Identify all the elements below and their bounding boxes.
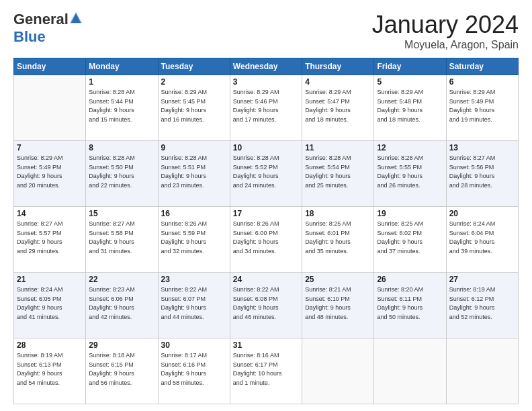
day-number: 8: [89, 143, 154, 152]
day-number: 27: [449, 275, 515, 284]
calendar-cell: 19Sunrise: 8:25 AMSunset: 6:02 PMDayligh…: [374, 207, 446, 273]
day-number: 23: [161, 275, 227, 284]
day-info: Sunrise: 8:21 AMSunset: 6:10 PMDaylight:…: [305, 285, 371, 322]
day-info: Sunrise: 8:28 AMSunset: 5:54 PMDaylight:…: [305, 154, 371, 190]
calendar-cell: 1Sunrise: 8:28 AMSunset: 5:44 PMDaylight…: [86, 75, 158, 141]
calendar-cell: [374, 338, 446, 404]
day-number: 7: [17, 143, 83, 152]
weekday-header-row: SundayMondayTuesdayWednesdayThursdayFrid…: [14, 58, 519, 75]
calendar-cell: 18Sunrise: 8:25 AMSunset: 6:01 PMDayligh…: [302, 207, 374, 273]
day-number: 6: [449, 77, 515, 87]
day-info: Sunrise: 8:28 AMSunset: 5:52 PMDaylight:…: [233, 154, 299, 190]
weekday-header: Friday: [374, 58, 446, 75]
day-info: Sunrise: 8:22 AMSunset: 6:07 PMDaylight:…: [161, 285, 227, 322]
calendar-body: 1Sunrise: 8:28 AMSunset: 5:44 PMDaylight…: [14, 75, 519, 404]
calendar: SundayMondayTuesdayWednesdayThursdayFrid…: [13, 58, 519, 404]
calendar-cell: 29Sunrise: 8:18 AMSunset: 6:15 PMDayligh…: [86, 338, 158, 404]
calendar-cell: 16Sunrise: 8:26 AMSunset: 5:59 PMDayligh…: [158, 207, 230, 273]
calendar-cell: 14Sunrise: 8:27 AMSunset: 5:57 PMDayligh…: [14, 207, 86, 273]
day-number: 9: [161, 143, 227, 152]
calendar-cell: 3Sunrise: 8:29 AMSunset: 5:46 PMDaylight…: [230, 75, 302, 141]
day-number: 13: [449, 143, 515, 152]
day-number: 21: [17, 275, 83, 284]
weekday-header: Thursday: [302, 58, 374, 75]
day-info: Sunrise: 8:29 AMSunset: 5:49 PMDaylight:…: [17, 154, 83, 190]
calendar-cell: 30Sunrise: 8:17 AMSunset: 6:16 PMDayligh…: [158, 338, 230, 404]
day-info: Sunrise: 8:28 AMSunset: 5:44 PMDaylight:…: [89, 88, 154, 124]
location: Moyuela, Aragon, Spain: [372, 39, 519, 51]
calendar-cell: 4Sunrise: 8:29 AMSunset: 5:47 PMDaylight…: [302, 75, 374, 141]
day-info: Sunrise: 8:29 AMSunset: 5:46 PMDaylight:…: [233, 88, 299, 124]
calendar-cell: 17Sunrise: 8:26 AMSunset: 6:00 PMDayligh…: [230, 207, 302, 273]
weekday-header: Sunday: [14, 58, 86, 75]
day-number: 22: [89, 275, 154, 284]
calendar-cell: 7Sunrise: 8:29 AMSunset: 5:49 PMDaylight…: [14, 141, 86, 207]
calendar-cell: 22Sunrise: 8:23 AMSunset: 6:06 PMDayligh…: [86, 273, 158, 338]
day-number: 30: [161, 340, 227, 350]
day-number: 20: [449, 209, 515, 218]
day-info: Sunrise: 8:24 AMSunset: 6:05 PMDaylight:…: [17, 285, 83, 322]
weekday-header: Tuesday: [158, 58, 230, 75]
calendar-cell: 28Sunrise: 8:19 AMSunset: 6:13 PMDayligh…: [14, 338, 86, 404]
title-block: January 2024 Moyuela, Aragon, Spain: [372, 11, 519, 51]
day-info: Sunrise: 8:16 AMSunset: 6:17 PMDaylight:…: [233, 351, 299, 387]
day-number: 11: [305, 143, 371, 152]
day-info: Sunrise: 8:26 AMSunset: 5:59 PMDaylight:…: [161, 220, 227, 256]
day-number: 28: [17, 340, 83, 350]
page: General Blue January 2024 Moyuela, Arago…: [0, 0, 532, 411]
calendar-cell: [446, 338, 518, 404]
calendar-week-row: 28Sunrise: 8:19 AMSunset: 6:13 PMDayligh…: [14, 338, 519, 404]
day-number: 29: [89, 340, 154, 350]
day-number: 26: [377, 275, 443, 284]
day-number: 1: [89, 77, 154, 87]
calendar-cell: 21Sunrise: 8:24 AMSunset: 6:05 PMDayligh…: [14, 273, 86, 338]
calendar-cell: 11Sunrise: 8:28 AMSunset: 5:54 PMDayligh…: [302, 141, 374, 207]
day-info: Sunrise: 8:18 AMSunset: 6:15 PMDaylight:…: [89, 351, 154, 387]
logo-general: General: [13, 11, 69, 28]
day-number: 2: [161, 77, 227, 87]
header: General Blue January 2024 Moyuela, Arago…: [13, 11, 519, 51]
day-info: Sunrise: 8:24 AMSunset: 6:04 PMDaylight:…: [449, 220, 515, 256]
calendar-cell: 6Sunrise: 8:29 AMSunset: 5:49 PMDaylight…: [446, 75, 518, 141]
day-info: Sunrise: 8:28 AMSunset: 5:51 PMDaylight:…: [161, 154, 227, 190]
day-info: Sunrise: 8:26 AMSunset: 6:00 PMDaylight:…: [233, 220, 299, 256]
day-info: Sunrise: 8:25 AMSunset: 6:01 PMDaylight:…: [305, 220, 371, 256]
day-info: Sunrise: 8:17 AMSunset: 6:16 PMDaylight:…: [161, 351, 227, 387]
day-number: 17: [233, 209, 299, 218]
calendar-week-row: 14Sunrise: 8:27 AMSunset: 5:57 PMDayligh…: [14, 207, 519, 273]
day-number: 10: [233, 143, 299, 152]
calendar-cell: 15Sunrise: 8:27 AMSunset: 5:58 PMDayligh…: [86, 207, 158, 273]
day-number: 15: [89, 209, 154, 218]
day-number: 3: [233, 77, 299, 87]
day-number: 5: [377, 77, 443, 87]
day-number: 18: [305, 209, 371, 218]
calendar-week-row: 21Sunrise: 8:24 AMSunset: 6:05 PMDayligh…: [14, 273, 519, 338]
day-info: Sunrise: 8:19 AMSunset: 6:12 PMDaylight:…: [449, 285, 515, 322]
day-info: Sunrise: 8:27 AMSunset: 5:57 PMDaylight:…: [17, 220, 83, 256]
day-number: 4: [305, 77, 371, 87]
calendar-cell: 25Sunrise: 8:21 AMSunset: 6:10 PMDayligh…: [302, 273, 374, 338]
calendar-cell: 9Sunrise: 8:28 AMSunset: 5:51 PMDaylight…: [158, 141, 230, 207]
calendar-week-row: 1Sunrise: 8:28 AMSunset: 5:44 PMDaylight…: [14, 75, 519, 141]
day-info: Sunrise: 8:19 AMSunset: 6:13 PMDaylight:…: [17, 351, 83, 387]
day-info: Sunrise: 8:27 AMSunset: 5:56 PMDaylight:…: [449, 154, 515, 190]
month-title: January 2024: [372, 11, 519, 39]
day-number: 19: [377, 209, 443, 218]
calendar-cell: 24Sunrise: 8:22 AMSunset: 6:08 PMDayligh…: [230, 273, 302, 338]
day-info: Sunrise: 8:28 AMSunset: 5:50 PMDaylight:…: [89, 154, 154, 190]
day-info: Sunrise: 8:20 AMSunset: 6:11 PMDaylight:…: [377, 285, 443, 322]
calendar-cell: 26Sunrise: 8:20 AMSunset: 6:11 PMDayligh…: [374, 273, 446, 338]
calendar-cell: [14, 75, 86, 141]
calendar-cell: 10Sunrise: 8:28 AMSunset: 5:52 PMDayligh…: [230, 141, 302, 207]
day-info: Sunrise: 8:29 AMSunset: 5:49 PMDaylight:…: [449, 88, 515, 124]
calendar-cell: 31Sunrise: 8:16 AMSunset: 6:17 PMDayligh…: [230, 338, 302, 404]
calendar-week-row: 7Sunrise: 8:29 AMSunset: 5:49 PMDaylight…: [14, 141, 519, 207]
calendar-cell: 27Sunrise: 8:19 AMSunset: 6:12 PMDayligh…: [446, 273, 518, 338]
day-info: Sunrise: 8:27 AMSunset: 5:58 PMDaylight:…: [89, 220, 154, 256]
weekday-header: Wednesday: [230, 58, 302, 75]
day-info: Sunrise: 8:28 AMSunset: 5:55 PMDaylight:…: [377, 154, 443, 190]
day-info: Sunrise: 8:22 AMSunset: 6:08 PMDaylight:…: [233, 285, 299, 322]
logo: General Blue: [13, 11, 82, 46]
logo-icon: [70, 12, 82, 24]
day-number: 16: [161, 209, 227, 218]
